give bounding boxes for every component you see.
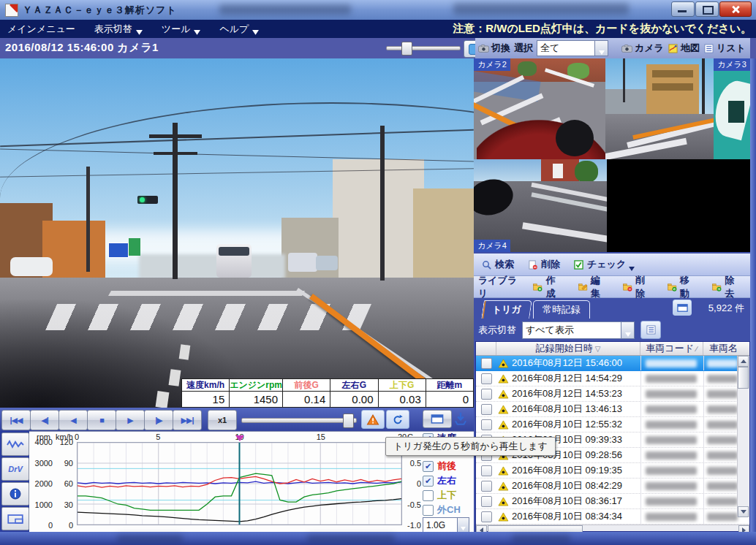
row-checkbox[interactable] — [481, 496, 492, 507]
checkbox[interactable] — [423, 505, 434, 516]
library-作成[interactable]: 作成 — [529, 272, 567, 302]
filter-dropdown[interactable]: すべて表示 — [522, 321, 635, 339]
panel-layout-button[interactable] — [1, 507, 29, 530]
row-checkbox[interactable] — [481, 358, 492, 369]
trigger-warning-icon — [498, 374, 509, 384]
seek-slider-thumb[interactable] — [343, 413, 354, 428]
horizontal-scrollbar[interactable] — [476, 525, 749, 531]
camera-switch-button[interactable]: 切換 — [478, 42, 510, 55]
folder-delete-icon — [622, 282, 632, 291]
window-layout-button[interactable] — [423, 410, 452, 428]
scroll-down-button[interactable] — [738, 506, 749, 517]
close-button[interactable] — [719, 1, 752, 17]
signal-green-light — [140, 197, 145, 202]
library-除去[interactable]: 除去 — [708, 272, 746, 302]
table-row[interactable]: 2016年08月10日 08:42:29 — [476, 479, 749, 494]
scroll-up-button[interactable] — [738, 356, 749, 367]
step-back-button[interactable]: ◀| — [30, 410, 59, 430]
menu-item-ツール[interactable]: ツール — [162, 23, 201, 36]
trigger-jump-button[interactable] — [361, 410, 385, 429]
row-checkbox[interactable] — [481, 465, 492, 476]
menu-item-表示切替[interactable]: 表示切替 — [94, 23, 143, 36]
axis-tick: -0.5 — [407, 500, 421, 509]
dropdown-caret-icon[interactable] — [457, 518, 469, 532]
library-削除[interactable]: 削除 — [619, 272, 657, 302]
camera3-view[interactable]: カメラ3 — [605, 58, 750, 159]
telemetry-左右G: 左右G0.00 — [330, 379, 378, 407]
menu-item-メインメニュー[interactable]: メインメニュー — [7, 23, 75, 36]
checkbox[interactable]: ✔ — [423, 476, 434, 487]
step-forward-button[interactable]: |▶ — [144, 410, 173, 430]
search-toolbar-チェック[interactable]: チェック — [570, 256, 638, 272]
folder-add-icon — [532, 282, 543, 291]
camera-view-button[interactable]: カメラ — [621, 42, 664, 55]
stop-button[interactable]: ■ — [87, 410, 116, 430]
library-編集[interactable]: 編集 — [575, 272, 612, 302]
series-toggle-左右[interactable]: ✔左右 — [423, 474, 456, 487]
header-select-column[interactable] — [476, 342, 496, 355]
table-row[interactable]: 2016年08月10日 12:55:32 — [476, 417, 749, 432]
seek-slider[interactable] — [241, 418, 357, 423]
waveform-view-button[interactable] — [1, 432, 29, 456]
scrollbar-thumb[interactable] — [738, 367, 749, 389]
checkbox[interactable] — [423, 490, 434, 501]
tab-continuous[interactable]: 常時記録 — [533, 300, 590, 319]
trigger-warning-icon — [498, 420, 509, 430]
dropdown-caret-icon[interactable] — [594, 41, 608, 56]
vehicle-code-redacted — [646, 482, 697, 490]
row-checkbox[interactable] — [481, 389, 492, 400]
header-datetime[interactable]: 記録開始日時 ▽ — [496, 342, 640, 355]
chart-plot[interactable] — [77, 442, 402, 525]
tab-trigger[interactable]: トリガ — [481, 300, 532, 319]
camera1-view[interactable] — [0, 58, 474, 408]
speed-button[interactable]: x1 — [208, 410, 237, 430]
filter-list-button[interactable] — [640, 321, 661, 339]
search-toolbar-検索[interactable]: 検索 — [478, 256, 517, 272]
refresh-button[interactable] — [386, 410, 409, 429]
info-button[interactable] — [1, 482, 29, 506]
row-checkbox[interactable] — [481, 481, 492, 492]
series-toggle-外CH[interactable]: 外CH — [423, 503, 461, 517]
header-vehicle-code[interactable]: 車両コード ∕ — [640, 342, 703, 355]
export-icon[interactable] — [453, 412, 468, 425]
brightness-slider-thumb[interactable] — [401, 42, 412, 56]
maximize-button[interactable] — [695, 1, 719, 17]
series-toggle-上下[interactable]: 上下 — [423, 489, 456, 502]
row-checkbox[interactable] — [481, 373, 492, 384]
menu-item-ヘルプ[interactable]: ヘルプ — [219, 23, 259, 36]
header-vehicle-name[interactable]: 車両名 — [703, 342, 739, 355]
search-toolbar-削除[interactable]: 削除 — [524, 256, 563, 272]
drv-button[interactable]: DrV — [1, 457, 29, 481]
g-scale-dropdown[interactable]: 1.0G — [423, 517, 469, 533]
list-view-button[interactable]: リスト — [703, 42, 746, 55]
table-row[interactable]: 2016年08月10日 09:19:35 — [476, 463, 749, 479]
row-checkbox[interactable] — [481, 511, 492, 522]
skip-start-button[interactable]: |◀◀ — [1, 410, 31, 430]
table-row[interactable]: 2016年08月12日 14:53:23 — [476, 386, 749, 402]
trigger-marker-icon[interactable] — [235, 435, 244, 441]
play-reverse-button[interactable]: ◀ — [58, 410, 88, 430]
camera-select-dropdown[interactable]: 全て — [537, 40, 608, 56]
series-toggle-前後[interactable]: ✔前後 — [423, 460, 456, 473]
table-row[interactable]: 2016年08月12日 15:46:00 — [476, 356, 749, 371]
skip-end-button[interactable]: ▶▶| — [173, 410, 202, 430]
vertical-scrollbar[interactable] — [737, 356, 749, 517]
row-checkbox[interactable] — [481, 419, 492, 430]
play-button[interactable]: ▶ — [116, 410, 145, 430]
camera2-view[interactable]: カメラ2 — [474, 58, 605, 159]
table-row[interactable]: 2016年08月10日 13:46:13 — [476, 402, 749, 417]
record-tabs: トリガ 常時記録 5,922 件 — [474, 298, 750, 319]
map-view-button[interactable]: 地図 — [668, 42, 700, 55]
table-row[interactable]: 2016年08月10日 08:36:17 — [476, 494, 749, 509]
brightness-slider[interactable] — [386, 46, 461, 50]
table-row[interactable]: 2016年08月12日 14:54:29 — [476, 371, 749, 386]
table-row[interactable]: 2016年08月10日 08:34:34 — [476, 509, 749, 525]
dropdown-caret-icon[interactable] — [621, 322, 634, 338]
library-移動[interactable]: 移動 — [664, 272, 701, 302]
camera4-view[interactable]: カメラ4 — [474, 159, 607, 252]
record-window-button[interactable] — [673, 300, 692, 316]
row-checkbox[interactable] — [481, 404, 492, 415]
minimize-button[interactable] — [671, 1, 695, 17]
sort-asc-icon: ∕ — [696, 345, 698, 353]
checkbox[interactable]: ✔ — [423, 461, 434, 472]
